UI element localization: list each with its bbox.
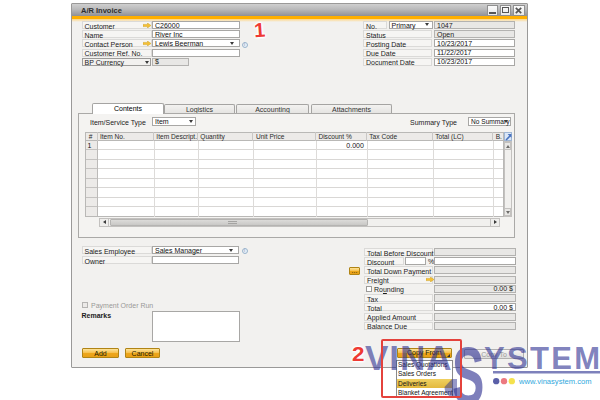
svg-text:www.vinasystem.com: www.vinasystem.com xyxy=(518,377,592,386)
